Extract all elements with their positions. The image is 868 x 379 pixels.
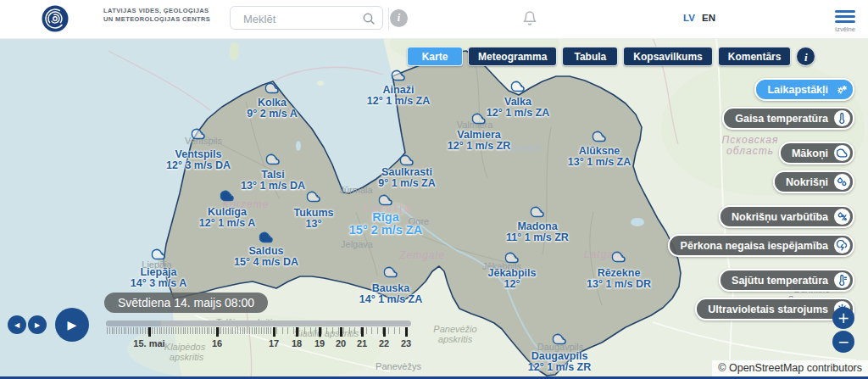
- timeline-elapsed: [106, 320, 161, 326]
- timeline-tick: [343, 327, 344, 334]
- top-header: LATVIJAS VIDES, ĢEOLOĢIJAS UN METEOROLOĢ…: [0, 0, 868, 39]
- timeline-tick-label: 18: [292, 338, 302, 348]
- timeline-major-tick[interactable]: [340, 327, 342, 337]
- timeline-tick: [338, 327, 339, 334]
- cloud-icon: [612, 251, 626, 263]
- station-weather-value: 14° 3 m/s A: [91, 278, 226, 289]
- timeline-tick: [209, 327, 209, 334]
- layer-button-sajūtu-temperatūra[interactable]: Sajūtu temperatūra: [719, 269, 854, 292]
- storm-icon: [834, 237, 850, 254]
- cloud-icon: [307, 191, 321, 203]
- layer-button-label: Sajūtu temperatūra: [732, 275, 828, 287]
- timeline-major-tick[interactable]: [216, 327, 219, 337]
- language-lv[interactable]: LV: [683, 13, 695, 23]
- timeline-tick: [388, 327, 389, 334]
- timeline-tick: [202, 327, 203, 334]
- layer-button-laikapstākļi[interactable]: Laikapstākļi: [754, 78, 854, 101]
- timeline-slider[interactable]: [106, 320, 411, 326]
- timeline-tick-label: 16: [212, 338, 222, 348]
- timeline-tick: [178, 327, 179, 334]
- feels-like-icon: [834, 272, 850, 288]
- timeline-tick: [169, 327, 170, 334]
- layer-button-label: Gaisa temperatūra: [735, 113, 828, 125]
- tab-karte[interactable]: Karte: [407, 47, 463, 66]
- org-name-line2: UN METEOROLOĢIJAS CENTRS: [103, 15, 210, 24]
- timeline-tick: [183, 327, 184, 334]
- timeline-major-tick[interactable]: [296, 327, 298, 337]
- view-tab-bar: KarteMeteogrammaTabulaKopsavilkumsKoment…: [407, 47, 815, 66]
- tab-kopsavilkums[interactable]: Kopsavilkums: [623, 47, 712, 66]
- language-en[interactable]: EN: [702, 13, 715, 23]
- drop-percent-icon: [834, 209, 850, 225]
- timeline-tick: [235, 327, 236, 334]
- menu-hamburger-icon[interactable]: [835, 10, 855, 25]
- layer-button-nokrišņu-varbūtība[interactable]: Nokrišņu varbūtība: [719, 205, 854, 228]
- timeline-tick: [204, 327, 205, 334]
- header-info-icon[interactable]: i: [390, 9, 408, 27]
- tab-tabula[interactable]: Tabula: [562, 47, 618, 66]
- notifications-bell-icon[interactable]: [522, 10, 537, 26]
- play-animation-button[interactable]: ▶: [55, 308, 89, 342]
- layer-button-gaisa-temperatūra[interactable]: Gaisa temperatūra: [722, 107, 854, 130]
- timeline-tick: [228, 327, 229, 334]
- timeline-major-tick[interactable]: [319, 327, 321, 337]
- timeline-tick: [315, 327, 316, 334]
- station-name: Rīga: [318, 211, 453, 224]
- timeline-tick: [256, 327, 257, 334]
- timeline-tick: [287, 327, 288, 334]
- timeline-tick: [197, 327, 198, 334]
- timeline-tick: [124, 327, 125, 334]
- sun-snowflake-icon: [834, 81, 850, 98]
- station-weather-value: 14° 1 m/s ZA: [323, 294, 459, 305]
- timeline-tick: [293, 327, 294, 334]
- timeline-tick: [133, 327, 134, 334]
- timeline-tick: [242, 327, 243, 334]
- search-input[interactable]: [242, 7, 364, 31]
- search-icon[interactable]: [362, 12, 376, 25]
- timeline-tick: [399, 327, 400, 334]
- timeline-tick: [128, 327, 129, 334]
- layer-button-ultravioletais-starojums[interactable]: Ultravioletais starojums: [695, 298, 854, 320]
- station-weather-value: 12° 1 m/s ZA: [450, 108, 586, 119]
- tab-komentārs[interactable]: Komentārs: [718, 47, 792, 66]
- timeline-tick: [371, 327, 372, 334]
- station-weather-value: 12° 1 m/s ZA: [331, 96, 466, 107]
- cloud-icon: [531, 206, 545, 218]
- timeline-major-tick[interactable]: [361, 327, 364, 337]
- tabs-info-button[interactable]: i: [796, 47, 815, 66]
- timeline-tick: [259, 327, 259, 334]
- layer-button-nokrišņi[interactable]: Nokrišņi: [773, 170, 854, 193]
- timeline-major-tick[interactable]: [148, 327, 151, 337]
- timeline-tick: [114, 327, 114, 334]
- zoom-in-button[interactable]: +: [832, 307, 854, 329]
- layer-button-pērkona-negaisa-iespējamība[interactable]: Pērkona negaisa iespējamība: [668, 234, 854, 257]
- timeline-tick: [377, 327, 378, 334]
- timeline-tick: [237, 327, 238, 334]
- timeline-tick: [247, 327, 248, 334]
- cloud-icon: [553, 333, 567, 345]
- thermometer-icon: [834, 110, 850, 126]
- step-back-button[interactable]: ◀: [8, 315, 26, 334]
- layer-button-mākoņi[interactable]: Mākoņi: [779, 142, 854, 164]
- timeline-major-tick[interactable]: [273, 327, 275, 337]
- map-area[interactable]: ПсковПсковскаяобластьВеликиеЛукиKurzemeZ…: [0, 38, 868, 379]
- tab-meteogramma[interactable]: Meteogramma: [468, 47, 557, 66]
- header-divider: [388, 8, 389, 30]
- org-name-line1: LATVIJAS VIDES, ĢEOLOĢIJAS: [103, 7, 210, 15]
- timeline-tick: [190, 327, 191, 334]
- layer-button-panel: LaikapstākļiGaisa temperatūraMākoņiNokri…: [668, 78, 854, 320]
- timeline-tick: [366, 327, 367, 334]
- step-forward-button[interactable]: ▶: [28, 315, 47, 334]
- zoom-out-button[interactable]: −: [832, 331, 854, 353]
- timeline-tick: [354, 327, 355, 334]
- timeline-tick: [326, 327, 327, 334]
- timeline-major-tick[interactable]: [383, 327, 386, 337]
- cloud-filled-icon: [220, 190, 235, 202]
- timeline-tick: [282, 327, 283, 334]
- cloud-icon: [152, 248, 166, 260]
- timeline-major-tick[interactable]: [405, 327, 408, 337]
- timeline-tick: [175, 327, 176, 334]
- timeline-tick: [276, 327, 277, 334]
- lvgmc-logo[interactable]: [41, 4, 70, 33]
- cloud-icon: [379, 194, 393, 206]
